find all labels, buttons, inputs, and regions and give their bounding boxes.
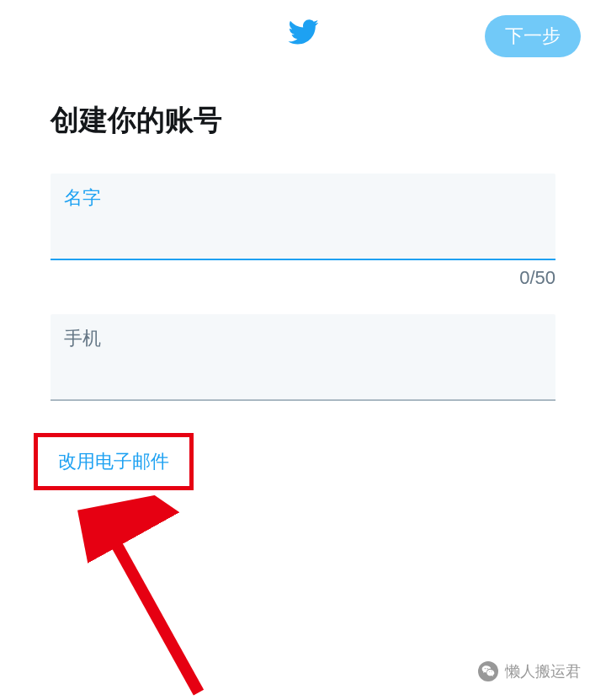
next-button[interactable]: 下一步 xyxy=(485,15,581,57)
phone-input[interactable] xyxy=(64,355,542,374)
header: 下一步 xyxy=(0,0,606,67)
twitter-logo-icon xyxy=(287,16,319,51)
name-char-counter: 0/50 xyxy=(50,267,556,289)
wechat-icon xyxy=(478,661,498,681)
watermark: 懒人搬运君 xyxy=(478,661,581,681)
name-label: 名字 xyxy=(64,185,542,211)
use-email-link[interactable]: 改用电子邮件 xyxy=(58,451,169,472)
name-input-container[interactable]: 名字 xyxy=(50,174,556,260)
annotation-arrow-icon xyxy=(77,488,234,700)
svg-line-1 xyxy=(106,515,199,700)
phone-label: 手机 xyxy=(64,326,542,351)
signup-form: 创建你的账号 名字 0/50 手机 改用电子邮件 xyxy=(0,67,606,490)
phone-input-container[interactable]: 手机 xyxy=(50,314,556,401)
highlight-box: 改用电子邮件 xyxy=(34,433,194,490)
watermark-text: 懒人搬运君 xyxy=(505,661,581,681)
name-input[interactable] xyxy=(64,214,542,233)
page-title: 创建你的账号 xyxy=(50,101,556,140)
